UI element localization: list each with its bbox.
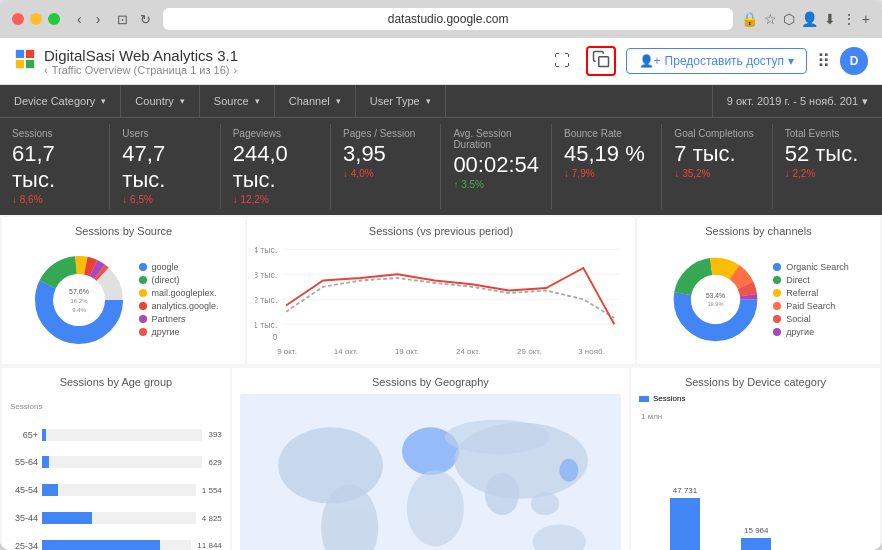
chart-sessions-by-channels: Sessions by channels xyxy=(637,217,880,364)
chart-title-geography: Sessions by Geography xyxy=(240,376,621,388)
person-add-icon: 👤+ xyxy=(639,54,661,68)
traffic-lights xyxy=(12,13,60,25)
legend-partners: Partners xyxy=(139,314,219,324)
svg-rect-2 xyxy=(16,59,24,67)
channels-legend: Organic Search Direct Referral xyxy=(773,262,849,337)
extension-icon[interactable]: ⬡ xyxy=(783,11,795,27)
svg-text:4 тыс.: 4 тыс. xyxy=(255,245,277,255)
svg-text:1 тыс.: 1 тыс. xyxy=(255,320,277,330)
source-legend: google (direct) mail.googleplex. xyxy=(139,262,219,337)
filter-arrow: ▾ xyxy=(180,96,185,106)
svg-text:2 тыс.: 2 тыс. xyxy=(255,295,277,305)
device-bar-desktop: 47 731 desktop xyxy=(669,486,701,550)
menu-icon[interactable]: ⋮ xyxy=(842,11,856,27)
refresh-button[interactable]: ↻ xyxy=(136,10,155,29)
metric-avg-duration: Avg. Session Duration 00:02:54 ↑ 3.5% xyxy=(441,124,552,209)
fullscreen-button[interactable]: ⛶ xyxy=(548,48,576,74)
chevron-right-icon: › xyxy=(233,64,237,76)
chart-title-device: Sessions by Device category xyxy=(639,376,872,388)
donut-channels: 53.4% 19.9% Organic Search Direct xyxy=(645,243,872,356)
bar-age-2534: 25-34 11 844 xyxy=(10,540,222,550)
filter-label: Source xyxy=(214,95,249,107)
device-chart-container: Sessions 1 млн 10 тыс. 47 731 desktop xyxy=(639,394,872,550)
filter-arrow: ▾ xyxy=(101,96,106,106)
new-tab-icon[interactable]: + xyxy=(862,11,870,27)
browser-titlebar: ‹ › ⊡ ↻ datastudio.google.com 🔒 ☆ ⬡ 👤 ⬇ … xyxy=(0,0,882,38)
forward-button[interactable]: › xyxy=(91,9,106,29)
chart-title-source: Sessions by Source xyxy=(10,225,237,237)
filter-user-type[interactable]: User Type ▾ xyxy=(356,85,446,117)
filter-channel[interactable]: Channel ▾ xyxy=(275,85,356,117)
svg-text:53.4%: 53.4% xyxy=(706,292,725,299)
apps-grid-icon[interactable]: ⠿ xyxy=(817,50,830,72)
legend-other-ch: другие xyxy=(773,327,849,337)
metrics-row: Sessions 61,7 тыс. ↓ 8,6% Users 47,7 тыс… xyxy=(0,117,882,215)
filter-label: User Type xyxy=(370,95,420,107)
line-chart-area: 4 тыс. 3 тыс. 2 тыс. 1 тыс. 0 xyxy=(255,243,627,347)
share-button[interactable]: 👤+ Предоставить доступ ▾ xyxy=(626,48,807,74)
bar-age-3544: 35-44 4 825 xyxy=(10,512,222,524)
chart-title-age: Sessions by Age group xyxy=(10,376,222,388)
svg-text:3 тыс.: 3 тыс. xyxy=(255,270,277,280)
app-header-right: ⛶ 👤+ Предоставить доступ ▾ ⠿ D xyxy=(548,46,868,76)
chart-title-channels: Sessions by channels xyxy=(645,225,872,237)
legend-paid: Paid Search xyxy=(773,301,849,311)
svg-point-33 xyxy=(278,427,383,503)
map-container xyxy=(240,394,621,550)
browser-frame: ‹ › ⊡ ↻ datastudio.google.com 🔒 ☆ ⬡ 👤 ⬇ … xyxy=(0,0,882,550)
line-chart-container: 4 тыс. 3 тыс. 2 тыс. 1 тыс. 0 xyxy=(255,243,627,356)
svg-rect-1 xyxy=(26,49,34,57)
date-range-text: 9 окт. 2019 г. - 5 нояб. 201 xyxy=(727,95,858,107)
chart-sessions-by-source: Sessions by Source xyxy=(2,217,245,364)
age-bars-container: Sessions 65+ 393 55-64 629 xyxy=(10,394,222,550)
address-bar[interactable]: datastudio.google.com xyxy=(163,8,732,30)
svg-text:19.9%: 19.9% xyxy=(708,301,724,307)
filter-arrow: ▾ xyxy=(336,96,341,106)
sidebar-toggle[interactable]: ⊡ xyxy=(113,10,132,29)
chart-sessions-by-age: Sessions by Age group Sessions 65+ 393 5… xyxy=(2,368,230,550)
svg-text:9.4%: 9.4% xyxy=(72,307,86,313)
app-subtitle: ‹ Traffic Overview (Страница 1 из 16) › xyxy=(44,64,238,76)
chart-sessions-by-device: Sessions by Device category Sessions 1 м… xyxy=(631,368,880,550)
minimize-button[interactable] xyxy=(30,13,42,25)
charts-bottom-row: Sessions by Age group Sessions 65+ 393 5… xyxy=(0,366,882,550)
legend-direct: (direct) xyxy=(139,275,219,285)
metric-pages-session: Pages / Session 3,95 ↓ 4,0% xyxy=(331,124,441,209)
window-controls: ⊡ ↻ xyxy=(113,10,155,29)
filter-country[interactable]: Country ▾ xyxy=(121,85,200,117)
charts-top-row: Sessions by Source xyxy=(0,215,882,366)
filter-arrow: ▾ xyxy=(255,96,260,106)
chart-sessions-by-geography: Sessions by Geography xyxy=(232,368,629,550)
maximize-button[interactable] xyxy=(48,13,60,25)
back-button[interactable]: ‹ xyxy=(72,9,87,29)
chart-sessions-vs-previous: Sessions (vs previous period) 4 тыс. 3 т… xyxy=(247,217,635,364)
x-axis-labels: 9 окт. 14 окт. 19 окт. 24 окт. 29 окт. 3… xyxy=(255,347,627,356)
browser-icons: 🔒 ☆ ⬡ 👤 ⬇ ⋮ + xyxy=(741,11,870,27)
svg-rect-0 xyxy=(16,49,24,57)
lock-icon: 🔒 xyxy=(741,11,758,27)
star-icon[interactable]: ☆ xyxy=(764,11,777,27)
close-button[interactable] xyxy=(12,13,24,25)
app-content: DigitalSasi Web Analytics 3.1 ‹ Traffic … xyxy=(0,38,882,550)
app-title: DigitalSasi Web Analytics 3.1 xyxy=(44,47,238,64)
metric-pageviews: Pageviews 244,0 тыс. ↓ 12,2% xyxy=(221,124,331,209)
date-range-filter[interactable]: 9 окт. 2019 г. - 5 нояб. 201 ▾ xyxy=(712,85,882,117)
svg-point-39 xyxy=(530,492,559,515)
filter-device-category[interactable]: Device Category ▾ xyxy=(0,85,121,117)
svg-point-40 xyxy=(532,525,585,550)
metric-goal-completions: Goal Completions 7 тыс. ↓ 35,2% xyxy=(662,124,772,209)
account-icon[interactable]: 👤 xyxy=(801,11,818,27)
legend-direct-ch: Direct xyxy=(773,275,849,285)
copy-button[interactable] xyxy=(586,46,616,76)
user-avatar[interactable]: D xyxy=(840,47,868,75)
download-icon[interactable]: ⬇ xyxy=(824,11,836,27)
date-arrow: ▾ xyxy=(862,95,868,108)
bar-age-5564: 55-64 629 xyxy=(10,456,222,468)
filter-source[interactable]: Source ▾ xyxy=(200,85,275,117)
filter-label: Country xyxy=(135,95,174,107)
chevron-left-icon: ‹ xyxy=(44,64,48,76)
filter-label: Channel xyxy=(289,95,330,107)
url-text: datastudio.google.com xyxy=(388,12,509,26)
app-header: DigitalSasi Web Analytics 3.1 ‹ Traffic … xyxy=(0,38,882,85)
filter-label: Device Category xyxy=(14,95,95,107)
